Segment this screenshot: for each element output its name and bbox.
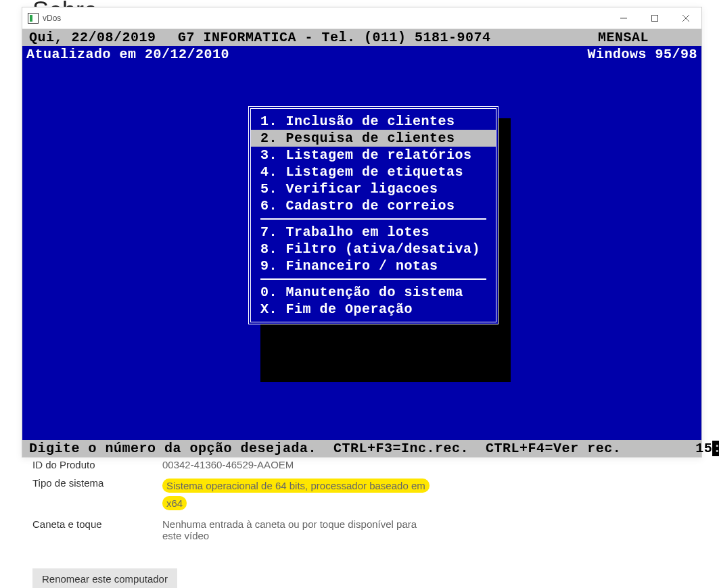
sysinfo-label: ID do Produto <box>32 459 162 470</box>
menu-item-2[interactable]: 2. Pesquisa de clientes <box>251 130 496 147</box>
svg-rect-1 <box>652 15 658 21</box>
time-colon: : <box>712 441 719 456</box>
sysinfo-value: Sistema operacional de 64 bits, processa… <box>162 477 433 512</box>
menu-item-3[interactable]: 3. Listagem de relatórios <box>251 147 496 164</box>
menu-item-8[interactable]: 8. Filtro (ativa/desativa) <box>251 241 496 258</box>
menu-item-1[interactable]: 1. Inclusão de clientes <box>251 113 496 130</box>
sysinfo-row-pen-touch: Caneta e toque Nenhuma entrada à caneta … <box>32 518 433 541</box>
menu-item-5[interactable]: 5. Verificar ligacoes <box>251 180 496 197</box>
titlebar[interactable]: vDos <box>22 7 701 29</box>
highlight-marker: Sistema operacional de 64 bits, processa… <box>162 479 430 510</box>
sysinfo-value: 00342-41360-46529-AAOEM <box>162 459 294 470</box>
time-hour: 15 <box>695 441 712 456</box>
secondbar-updated: Atualizado em 20/12/2010 <box>22 46 229 63</box>
app-icon <box>28 13 39 24</box>
menu-box: 1. Inclusão de clientes 2. Pesquisa de c… <box>248 106 498 324</box>
menu-item-9[interactable]: 9. Financeiro / notas <box>251 258 496 274</box>
menu-separator-1 <box>260 218 486 220</box>
menu-container: 1. Inclusão de clientes 2. Pesquisa de c… <box>248 106 498 324</box>
sysinfo-row-product-id: ID do Produto 00342-41360-46529-AAOEM <box>32 459 433 470</box>
system-info-panel: ID do Produto 00342-41360-46529-AAOEM Ti… <box>32 459 433 548</box>
dos-secondbar: Atualizado em 20/12/2010 Windows 95/98 <box>22 46 701 63</box>
vdos-window: vDos Qui, 22/08/2019 G7 INFORMATICA - Te… <box>22 7 702 458</box>
maximize-icon <box>651 14 659 22</box>
window-title: vDos <box>43 14 61 23</box>
topbar-company: G7 INFORMATICA - Tel. (011) 5181-9074 <box>164 29 590 46</box>
dos-screen: Qui, 22/08/2019 G7 INFORMATICA - Tel. (0… <box>22 29 701 457</box>
menu-separator-2 <box>260 278 486 280</box>
topbar-mode: MENSAL <box>590 29 701 46</box>
menu-item-6[interactable]: 6. Cadastro de correios <box>251 197 496 214</box>
dos-bottombar: Digite o número da opção desejada. CTRL+… <box>22 440 701 457</box>
sysinfo-value: Nenhuma entrada à caneta ou por toque di… <box>162 518 433 541</box>
close-icon <box>682 14 690 22</box>
rename-computer-button[interactable]: Renomear este computador <box>32 568 177 588</box>
maximize-button[interactable] <box>639 7 670 29</box>
menu-item-7[interactable]: 7. Trabalho em lotes <box>251 224 496 241</box>
bottombar-prompt: Digite o número da opção desejada. CTRL+… <box>22 440 621 457</box>
minimize-icon <box>620 14 628 22</box>
bottombar-time: 15:42 <box>621 423 719 474</box>
sysinfo-label: Caneta e toque <box>32 518 162 530</box>
menu-item-x[interactable]: X. Fim de Operação <box>251 301 496 318</box>
sysinfo-label: Tipo de sistema <box>32 477 162 489</box>
topbar-date: Qui, 22/08/2019 <box>22 29 164 46</box>
secondbar-os: Windows 95/98 <box>587 46 701 63</box>
minimize-button[interactable] <box>608 7 639 29</box>
sysinfo-row-system-type: Tipo de sistema Sistema operacional de 6… <box>32 477 433 512</box>
close-button[interactable] <box>670 7 701 29</box>
menu-item-4[interactable]: 4. Listagem de etiquetas <box>251 164 496 180</box>
menu-item-0[interactable]: 0. Manutenção do sistema <box>251 284 496 301</box>
dos-topbar: Qui, 22/08/2019 G7 INFORMATICA - Tel. (0… <box>22 29 701 46</box>
